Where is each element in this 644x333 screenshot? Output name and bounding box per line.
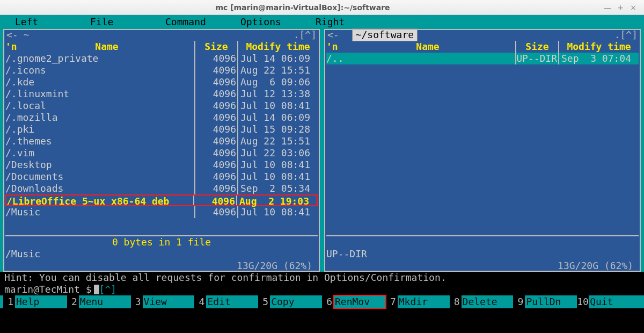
fkey-copy[interactable]: 5Copy: [258, 295, 322, 308]
right-path: ~/software: [352, 28, 418, 41]
right-mini: UP--DIR: [324, 248, 641, 260]
fkey-menu[interactable]: 2Menu: [67, 295, 131, 308]
list-item[interactable]: /.kde4096Aug 6 09:06: [5, 76, 318, 88]
list-item[interactable]: /.vim4096Jul 22 03:06: [5, 147, 318, 159]
right-file-list[interactable]: /..UP--DIRSep 3 07:04: [324, 53, 641, 235]
menu-bar: Left File Command Options Right: [0, 15, 644, 29]
list-item[interactable]: /.mozilla4096Jul 14 06:09: [5, 112, 318, 124]
shell-area: Hint: You can disable all requests for c…: [0, 272, 644, 295]
right-footer: 13G/20G (62%): [324, 260, 641, 272]
panels: <- ~ .[^] 'n Name Size Modify time /.gno…: [0, 29, 644, 272]
menu-options[interactable]: Options: [225, 16, 301, 28]
fkey-view[interactable]: 3View: [131, 295, 195, 308]
list-item[interactable]: /Documents4096Jul 10 08:41: [5, 171, 318, 183]
fkey-delete[interactable]: 8Delete: [450, 295, 514, 308]
fkey-quit[interactable]: 10Quit: [577, 295, 641, 308]
left-footer: 13G/20G (62%): [3, 260, 320, 272]
right-column-headers: 'n Name Size Modify time: [324, 41, 641, 53]
panel-caret-icon[interactable]: .[^]: [614, 29, 638, 41]
left-path: ~: [18, 29, 48, 41]
menu-left[interactable]: Left: [0, 16, 75, 28]
window-titlebar: mc [marin@marin-VirtualBox]:~/software —…: [0, 0, 644, 15]
list-item[interactable]: /.themes4096Aug 22 15:51: [5, 135, 318, 147]
list-item[interactable]: /.pki4096Jul 15 09:28: [5, 124, 318, 135]
list-item[interactable]: /.linuxmint4096Jul 12 13:38: [5, 88, 318, 100]
left-panel[interactable]: <- ~ .[^] 'n Name Size Modify time /.gno…: [3, 29, 320, 272]
list-item[interactable]: /Desktop4096Jul 10 08:41: [5, 159, 318, 171]
list-item[interactable]: /LibreOffice_5~ux_x86-64_deb4096Aug 2 19…: [5, 194, 318, 206]
cursor-icon: [94, 285, 99, 294]
prompt-caret-icon: [^]: [99, 284, 117, 295]
left-mini: /Music: [3, 248, 320, 260]
left-file-list[interactable]: /.gnome2_private4096Jul 14 06:09/.icons4…: [3, 53, 320, 235]
list-item[interactable]: /..UP--DIRSep 3 07:04: [326, 53, 639, 64]
left-total: 0 bytes in 1 file: [5, 235, 318, 248]
window-title: mc [marin@marin-VirtualBox]:~/software: [4, 3, 601, 12]
list-item[interactable]: /Downloads4096Sep 2 05:34: [5, 183, 318, 194]
right-panel[interactable]: <- ~/software .[^] 'n Name Size Modify t…: [324, 29, 641, 272]
window-maximize-button[interactable]: +: [614, 3, 627, 12]
menu-right[interactable]: Right: [301, 16, 376, 28]
hint-line: Hint: You can disable all requests for c…: [4, 272, 640, 284]
fkey-mkdir[interactable]: 7Mkdir: [386, 295, 450, 308]
window-minimize-button[interactable]: —: [601, 3, 614, 12]
panel-caret-icon[interactable]: .[^]: [294, 29, 317, 41]
fkey-help[interactable]: 1Help: [3, 295, 67, 308]
shell-prompt[interactable]: marin@TecMint $ [^]: [4, 284, 640, 295]
list-item[interactable]: /.icons4096Aug 22 15:51: [5, 64, 318, 76]
function-key-bar: 1Help2Menu3View4Edit5Copy6RenMov7Mkdir8D…: [0, 295, 644, 308]
fkey-pulldn[interactable]: 9PullDn: [513, 295, 577, 308]
list-item[interactable]: /.gnome2_private4096Jul 14 06:09: [5, 53, 318, 64]
list-item[interactable]: /Music4096Jul 10 08:41: [5, 206, 318, 218]
left-column-headers: 'n Name Size Modify time: [3, 41, 320, 53]
list-item[interactable]: /.local4096Jul 10 08:41: [5, 100, 318, 112]
window-close-button[interactable]: ×: [627, 3, 640, 12]
fkey-renmov[interactable]: 6RenMov: [322, 295, 386, 308]
menu-file[interactable]: File: [75, 16, 150, 28]
fkey-edit[interactable]: 4Edit: [194, 295, 258, 308]
right-total: [326, 235, 639, 248]
menu-command[interactable]: Command: [150, 16, 225, 28]
mc-app: Left File Command Options Right <- ~ .[^…: [0, 15, 644, 333]
